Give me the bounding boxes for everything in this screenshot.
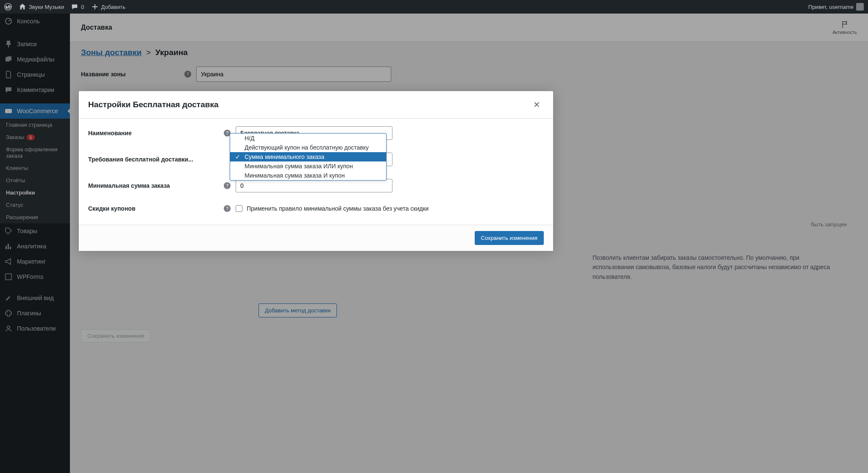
site-name: Звуки Музыки <box>29 4 64 10</box>
ignore-discounts-checkbox-label[interactable]: Применить правило минимальной суммы зака… <box>236 205 428 212</box>
min-amount-input[interactable] <box>236 179 392 192</box>
help-icon[interactable]: ? <box>224 205 231 212</box>
min-amount-label: Минимальная сумма заказа <box>88 182 224 189</box>
site-link[interactable]: Звуки Музыки <box>19 3 64 11</box>
modal-close-button[interactable]: ✕ <box>530 98 544 111</box>
comments-link[interactable]: 0 <box>71 3 84 11</box>
dropdown-option[interactable]: Сумма минимального заказа <box>230 152 386 161</box>
requires-label: Требования бесплатной доставки... <box>88 156 224 163</box>
home-icon <box>19 3 26 11</box>
avatar <box>856 3 864 11</box>
dropdown-option[interactable]: Минимальная сумма заказа И купон <box>230 171 386 180</box>
user-greeting[interactable]: Привет, username <box>808 3 864 11</box>
modal-title: Настройки Бесплатная доставка <box>88 100 219 109</box>
ignore-discounts-checkbox[interactable] <box>236 205 242 212</box>
help-icon[interactable]: ? <box>224 182 231 189</box>
checkbox-text: Применить правило минимальной суммы зака… <box>247 205 428 212</box>
comments-count: 0 <box>81 4 84 10</box>
comment-icon <box>71 3 78 11</box>
add-new-label: Добавить <box>101 4 125 10</box>
requires-dropdown-list: Н/Д Действующий купон на бесплатную дост… <box>230 133 387 181</box>
admin-bar: Звуки Музыки 0 Добавить Привет, username <box>0 0 868 14</box>
dropdown-option[interactable]: Н/Д <box>230 134 386 143</box>
modal-save-button[interactable]: Сохранить изменения <box>475 231 544 245</box>
plus-icon <box>91 3 99 11</box>
greeting-text: Привет, username <box>808 4 854 10</box>
dropdown-option[interactable]: Минимальная сумма заказа ИЛИ купон <box>230 161 386 171</box>
wp-logo[interactable] <box>4 3 12 11</box>
add-new-link[interactable]: Добавить <box>91 3 125 11</box>
method-title-label: Наименование <box>88 130 224 136</box>
dropdown-option[interactable]: Действующий купон на бесплатную доставку <box>230 143 386 152</box>
coupon-discount-label: Скидки купонов <box>88 205 224 212</box>
wordpress-icon <box>4 3 12 11</box>
